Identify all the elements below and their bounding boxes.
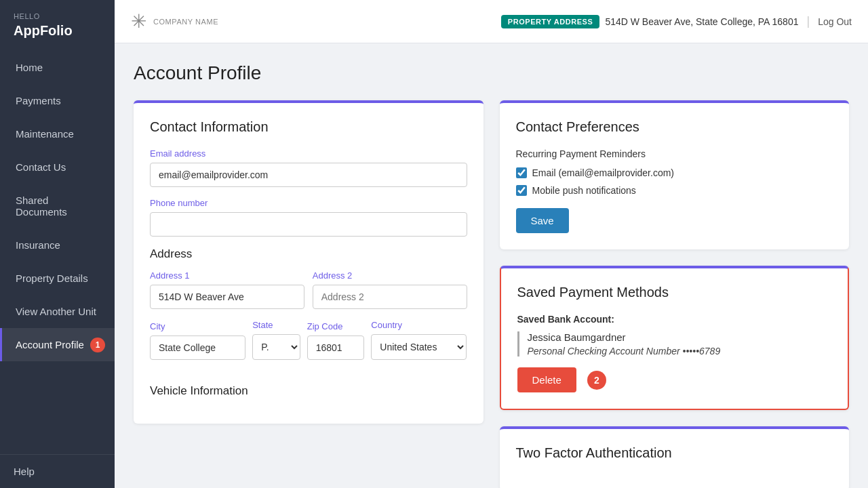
right-column: Contact Preferences Recurring Payment Re… [500, 100, 850, 488]
email-label: Email address [150, 148, 467, 159]
bank-account-section: Saved Bank Account: Jessica Baumgardner … [517, 314, 832, 357]
vehicle-section-label: Vehicle Information [150, 384, 467, 398]
delete-row: Delete 2 [517, 367, 832, 392]
mobile-checkbox-row: Mobile push notifications [516, 185, 833, 196]
sidebar-app-name: AppFolio [0, 23, 115, 51]
sidebar-item-contact-us[interactable]: Contact Us [0, 150, 115, 184]
city-label: City [150, 321, 245, 331]
sidebar-item-payments[interactable]: Payments [0, 84, 115, 117]
logout-button[interactable]: Log Out [818, 16, 852, 27]
city-input[interactable] [150, 336, 245, 360]
sidebar-item-account-profile[interactable]: Account Profile 1 [0, 328, 115, 361]
sidebar-item-property-details[interactable]: Property Details [0, 262, 115, 295]
recurring-payment-label: Recurring Payment Reminders [516, 148, 833, 159]
contact-information-card: Contact Information Email address Phone … [134, 100, 484, 424]
bank-account-detail: Jessica Baumgardner Personal Checking Ac… [517, 331, 832, 357]
header-divider: | [806, 14, 810, 28]
address2-field-group: Address 2 [313, 270, 467, 309]
state-select[interactable]: P. PA CA NY TX [252, 334, 300, 360]
two-factor-card: Two Factor Authentication [500, 426, 850, 488]
address-section-label: Address [150, 247, 467, 261]
address-row: Address 1 Address 2 [150, 270, 467, 309]
header: ✳ COMPANY NAME PROPERTY ADDRESS 514D W B… [115, 0, 868, 43]
delete-button[interactable]: Delete [517, 367, 576, 392]
saved-payment-methods-title: Saved Payment Methods [517, 285, 832, 300]
phone-field-group: Phone number [150, 198, 467, 237]
company-logo: ✳ [131, 10, 146, 33]
page-title: Account Profile [134, 62, 849, 84]
address2-input[interactable] [313, 285, 467, 309]
content-grid: Contact Information Email address Phone … [134, 100, 849, 488]
city-zip-row: City State P. PA CA NY TX [150, 320, 467, 371]
email-checkbox-label: Email (email@emailprovider.com) [532, 167, 675, 178]
zip-label: Zip Code [307, 321, 365, 331]
sidebar-item-maintenance[interactable]: Maintenance [0, 117, 115, 150]
email-checkbox[interactable] [516, 167, 527, 178]
contact-information-title: Contact Information [150, 119, 467, 135]
address2-label: Address 2 [313, 270, 467, 281]
phone-input[interactable] [150, 212, 467, 237]
saved-payment-methods-card: Saved Payment Methods Saved Bank Account… [500, 266, 850, 410]
sidebar-nav: Home Payments Maintenance Contact Us Sha… [0, 51, 115, 454]
saved-payment-badge: 2 [587, 371, 606, 390]
phone-label: Phone number [150, 198, 467, 208]
bank-account-label: Saved Bank Account: [517, 314, 832, 325]
address1-input[interactable] [150, 285, 304, 309]
bank-account-name: Jessica Baumgardner [528, 331, 832, 343]
country-label: Country [371, 320, 467, 330]
address1-field-group: Address 1 [150, 270, 304, 309]
sidebar: HELLO AppFolio Home Payments Maintenance… [0, 0, 115, 488]
sidebar-item-view-another-unit[interactable]: View Another Unit [0, 295, 115, 328]
property-address-badge: PROPERTY ADDRESS [501, 15, 600, 28]
property-address-text: 514D W Beaver Ave, State College, PA 168… [605, 16, 798, 27]
page-content: Account Profile Contact Information Emai… [115, 43, 868, 488]
save-button[interactable]: Save [516, 208, 569, 233]
country-select[interactable]: United States Canada Mexico United Kingd… [371, 334, 467, 360]
mobile-checkbox[interactable] [516, 185, 527, 196]
account-profile-badge: 1 [90, 338, 105, 352]
main-content: ✳ COMPANY NAME PROPERTY ADDRESS 514D W B… [115, 0, 868, 488]
sidebar-item-insurance[interactable]: Insurance [0, 228, 115, 262]
email-field-group: Email address [150, 148, 467, 187]
sidebar-hello-label: HELLO [0, 0, 115, 23]
contact-preferences-title: Contact Preferences [516, 119, 833, 135]
address1-label: Address 1 [150, 270, 304, 281]
email-checkbox-row: Email (email@emailprovider.com) [516, 167, 833, 178]
state-label: State [252, 320, 300, 330]
city-field-group: City [150, 321, 245, 360]
bank-account-number: Personal Checking Account Number •••••67… [528, 346, 832, 357]
sidebar-item-shared-documents[interactable]: Shared Documents [0, 184, 115, 228]
zip-input[interactable] [307, 336, 365, 360]
sidebar-item-help[interactable]: Help [0, 454, 115, 488]
state-field-group: State P. PA CA NY TX [252, 320, 300, 360]
sidebar-item-home[interactable]: Home [0, 51, 115, 84]
two-factor-title: Two Factor Authentication [516, 445, 833, 461]
email-input[interactable] [150, 163, 467, 187]
contact-preferences-card: Contact Preferences Recurring Payment Re… [500, 100, 850, 249]
zip-field-group: Zip Code [307, 321, 365, 360]
mobile-checkbox-label: Mobile push notifications [532, 185, 636, 196]
country-field-group: Country United States Canada Mexico Unit… [371, 320, 467, 360]
logo-area: ✳ COMPANY NAME [131, 10, 218, 33]
company-name: COMPANY NAME [153, 18, 218, 26]
